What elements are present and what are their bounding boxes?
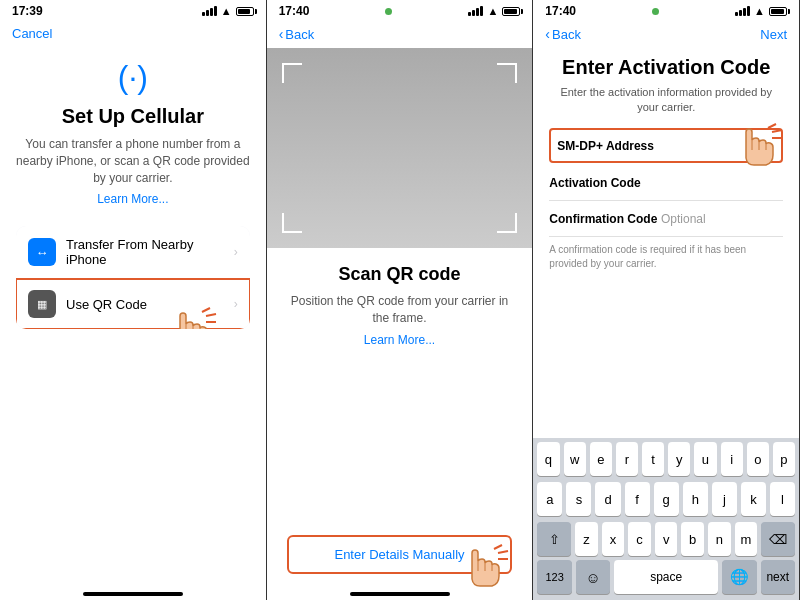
globe-key[interactable]: 🌐	[722, 560, 757, 594]
learn-more-link-1[interactable]: Learn More...	[97, 192, 168, 206]
shift-key[interactable]: ⇧	[537, 522, 571, 556]
key-q[interactable]: q	[537, 442, 559, 476]
battery-icon-1	[236, 7, 254, 16]
activation-desc: Enter the activation information provide…	[549, 85, 783, 116]
key-d[interactable]: d	[595, 482, 620, 516]
wifi-icon-1: ▲	[221, 5, 232, 17]
key-a[interactable]: a	[537, 482, 562, 516]
status-bar-1: 17:39 ▲	[0, 0, 266, 20]
svg-line-12	[768, 124, 776, 128]
space-key[interactable]: space	[614, 560, 718, 594]
status-bar-3: 17:40 ▲	[533, 0, 799, 20]
key-o[interactable]: o	[747, 442, 769, 476]
screen-2: 17:40 ▲ ‹ Back Scan QR co	[267, 0, 534, 600]
battery-icon-3	[769, 7, 787, 16]
key-z[interactable]: z	[575, 522, 598, 556]
chevron-left-icon-2: ‹	[279, 26, 284, 42]
keyboard-bottom-row: 123 ☺ space 🌐 next	[533, 558, 799, 600]
key-e[interactable]: e	[590, 442, 612, 476]
nav-bar-1: Cancel	[0, 20, 266, 47]
key-x[interactable]: x	[602, 522, 625, 556]
screen1-content: (·) Set Up Cellular You can transfer a p…	[0, 47, 266, 586]
status-icons-2: ▲	[468, 5, 520, 17]
key-p[interactable]: p	[773, 442, 795, 476]
delete-key[interactable]: ⌫	[761, 522, 795, 556]
enter-details-manually-button[interactable]: Enter Details Manually	[287, 535, 513, 574]
manual-btn-wrap: Enter Details Manually	[267, 523, 533, 586]
key-w[interactable]: w	[564, 442, 586, 476]
key-i[interactable]: i	[721, 442, 743, 476]
status-time-1: 17:39	[12, 4, 43, 18]
signal-icon-3	[735, 6, 750, 16]
battery-icon-2	[502, 7, 520, 16]
back-button-2[interactable]: ‹ Back	[279, 26, 315, 42]
learn-more-link-2[interactable]: Learn More...	[364, 333, 435, 347]
key-n[interactable]: n	[708, 522, 731, 556]
key-m[interactable]: m	[735, 522, 758, 556]
key-g[interactable]: g	[654, 482, 679, 516]
cellular-icon: (·)	[108, 57, 158, 97]
back-button-3[interactable]: ‹ Back	[545, 26, 581, 42]
svg-line-13	[772, 130, 782, 132]
screen-1: 17:39 ▲ Cancel (·) Set Up Cellular You c…	[0, 0, 267, 600]
status-time-3: 17:40	[545, 4, 576, 18]
emoji-key[interactable]: ☺	[576, 560, 611, 594]
keyboard-row-3: ⇧ z x c v b n m ⌫	[533, 518, 799, 558]
key-c[interactable]: c	[628, 522, 651, 556]
keyboard-row-2: a s d f g h j k l	[533, 478, 799, 518]
key-j[interactable]: j	[712, 482, 737, 516]
cancel-button[interactable]: Cancel	[12, 26, 52, 41]
status-bar-2: 17:40 ▲	[267, 0, 533, 20]
svg-line-1	[206, 314, 216, 316]
key-k[interactable]: k	[741, 482, 766, 516]
cellular-waves-icon: (·)	[118, 59, 148, 96]
next-key[interactable]: next	[761, 560, 796, 594]
scan-qr-title: Scan QR code	[338, 264, 460, 285]
qr-corner-tr	[497, 63, 517, 83]
numbers-key[interactable]: 123	[537, 560, 572, 594]
optional-label: Optional	[661, 212, 706, 226]
key-f[interactable]: f	[625, 482, 650, 516]
nav-bar-2: ‹ Back	[267, 20, 533, 48]
scan-qr-desc: Position the QR code from your carrier i…	[287, 293, 513, 327]
signal-icon-2	[468, 6, 483, 16]
qr-label: Use QR Code	[66, 297, 234, 312]
confirmation-code-field[interactable]: Confirmation Code Optional	[549, 201, 783, 237]
key-v[interactable]: v	[655, 522, 678, 556]
chevron-right-icon-2: ›	[234, 297, 238, 311]
key-l[interactable]: l	[770, 482, 795, 516]
qr-viewfinder	[267, 48, 533, 248]
transfer-label: Transfer From Nearby iPhone	[66, 237, 234, 267]
key-b[interactable]: b	[681, 522, 704, 556]
qr-corner-bl	[282, 213, 302, 233]
use-qr-code-option[interactable]: ▦ Use QR Code ›	[16, 279, 250, 329]
key-s[interactable]: s	[566, 482, 591, 516]
activation-code-field[interactable]: Activation Code	[549, 165, 783, 201]
home-indicator-1	[83, 592, 183, 596]
nav-bar-3: ‹ Back Next	[533, 20, 799, 48]
wifi-icon-2: ▲	[487, 5, 498, 17]
activation-title: Enter Activation Code	[549, 56, 783, 79]
transfer-nearby-option[interactable]: ↔ Transfer From Nearby iPhone ›	[16, 226, 250, 279]
qr-icon: ▦	[28, 290, 56, 318]
key-h[interactable]: h	[683, 482, 708, 516]
dot-indicator-2	[385, 8, 392, 15]
key-t[interactable]: t	[642, 442, 664, 476]
key-r[interactable]: r	[616, 442, 638, 476]
screen-3: 17:40 ▲ ‹ Back Next Enter Activation Cod…	[533, 0, 800, 600]
smdp-address-field[interactable]: SM-DP+ Address	[549, 128, 783, 163]
scan-info: Scan QR code Position the QR code from y…	[267, 248, 533, 523]
smdp-label: SM-DP+ Address	[557, 139, 654, 153]
next-button[interactable]: Next	[760, 27, 787, 42]
chevron-right-icon-1: ›	[234, 245, 238, 259]
keyboard-row-1: q w e r t y u i o p	[533, 438, 799, 478]
status-icons-1: ▲	[202, 5, 254, 17]
qr-corner-br	[497, 213, 517, 233]
chevron-left-icon-3: ‹	[545, 26, 550, 42]
setup-cellular-title: Set Up Cellular	[62, 105, 204, 128]
key-y[interactable]: y	[668, 442, 690, 476]
key-u[interactable]: u	[694, 442, 716, 476]
confirmation-hint: A confirmation code is required if it ha…	[549, 243, 783, 271]
transfer-icon: ↔	[28, 238, 56, 266]
activation-code-label: Activation Code	[549, 176, 640, 190]
